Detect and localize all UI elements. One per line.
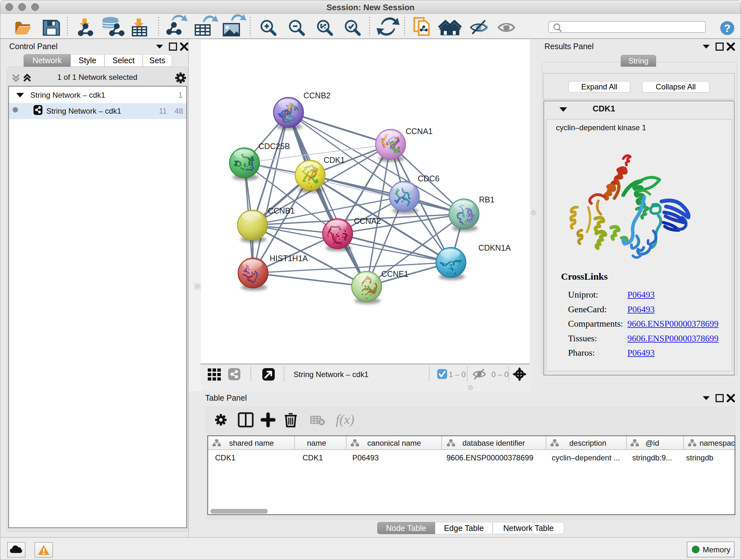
svg-text:CCNB1: CCNB1 bbox=[268, 206, 295, 215]
svg-text:CCNE1: CCNE1 bbox=[381, 269, 408, 278]
svg-text:String Network – cdk1: String Network – cdk1 bbox=[293, 370, 368, 379]
svg-text:9606.ENSP00000378699: 9606.ENSP00000378699 bbox=[447, 453, 533, 462]
svg-text:stringdb:9...: stringdb:9... bbox=[632, 453, 672, 462]
svg-text:CDK1: CDK1 bbox=[324, 155, 345, 165]
svg-text:database identifier: database identifier bbox=[462, 439, 525, 447]
svg-text:shared name: shared name bbox=[229, 439, 274, 447]
svg-text:CCNB2: CCNB2 bbox=[304, 91, 331, 100]
svg-text:canonical name: canonical name bbox=[367, 439, 421, 447]
svg-text:f(x): f(x) bbox=[336, 412, 354, 427]
svg-text:CDK1: CDK1 bbox=[215, 453, 235, 462]
svg-text:@id: @id bbox=[645, 439, 659, 447]
svg-text:HIST1H1A: HIST1H1A bbox=[270, 254, 308, 263]
svg-text:0 – 0: 0 – 0 bbox=[491, 370, 509, 379]
svg-text:CDC25B: CDC25B bbox=[259, 142, 290, 151]
svg-text:namespace: namespace bbox=[699, 439, 735, 447]
svg-text:RB1: RB1 bbox=[479, 195, 495, 204]
svg-text:CDKN1A: CDKN1A bbox=[478, 243, 511, 252]
svg-text:name: name bbox=[307, 439, 326, 447]
svg-text:CCNA1: CCNA1 bbox=[406, 127, 433, 136]
svg-text:P06493: P06493 bbox=[352, 453, 379, 462]
svg-text:description: description bbox=[569, 439, 606, 447]
svg-text:CCNA2: CCNA2 bbox=[354, 216, 381, 226]
svg-text:cyclin–dependent ...: cyclin–dependent ... bbox=[552, 453, 620, 462]
svg-text:CDK1: CDK1 bbox=[302, 453, 323, 462]
svg-text:stringdb: stringdb bbox=[686, 453, 713, 462]
svg-text:1 – 0: 1 – 0 bbox=[449, 370, 466, 379]
svg-text:CDC6: CDC6 bbox=[418, 174, 440, 183]
